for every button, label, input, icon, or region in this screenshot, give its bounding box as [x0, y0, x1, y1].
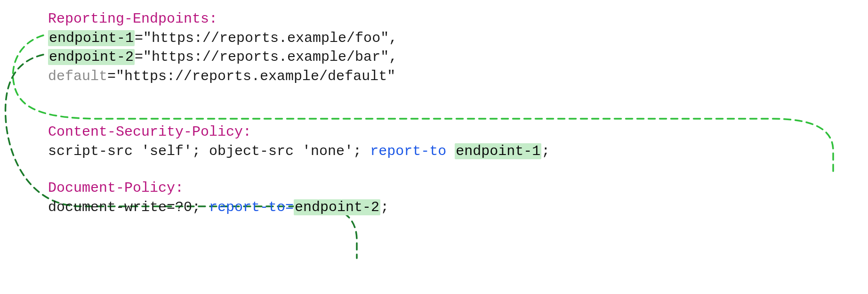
csp-header: Content-Security-Policy:	[48, 122, 868, 142]
reporting-endpoints-header: Reporting-Endpoints:	[48, 9, 868, 29]
endpoint-2-line: endpoint-2="https://reports.example/bar"…	[48, 48, 868, 67]
document-policy-value-line: document-write=?0; report-to=endpoint-2;	[48, 198, 868, 217]
header-name-text: Reporting-Endpoints:	[48, 11, 217, 27]
endpoint-1-url: "https://reports.example/foo"	[143, 30, 389, 46]
default-endpoint-line: default="https://reports.example/default…	[48, 67, 868, 86]
code-block: Reporting-Endpoints: endpoint-1="https:/…	[0, 9, 868, 217]
endpoint-1-key: endpoint-1	[48, 30, 135, 46]
csp-prefix: script-src 'self'; object-src 'none';	[48, 143, 370, 159]
docpolicy-endpoint-target: endpoint-2	[294, 199, 380, 215]
document-policy-header: Document-Policy:	[48, 179, 868, 198]
csp-header-name: Content-Security-Policy:	[48, 124, 251, 140]
endpoint-2-key: endpoint-2	[48, 49, 135, 65]
default-endpoint-url: "https://reports.example/default"	[116, 68, 395, 84]
docpolicy-prefix: document-write=?0;	[48, 199, 209, 215]
document-policy-header-name: Document-Policy:	[48, 180, 184, 196]
endpoint-2-url: "https://reports.example/bar"	[143, 49, 389, 65]
endpoint-1-line: endpoint-1="https://reports.example/foo"…	[48, 29, 868, 48]
csp-value-line: script-src 'self'; object-src 'none'; re…	[48, 142, 868, 161]
csp-report-to-directive: report-to	[370, 143, 455, 159]
csp-endpoint-target: endpoint-1	[455, 143, 541, 159]
default-endpoint-key: default	[48, 68, 107, 84]
docpolicy-report-to-directive: report-to=	[209, 199, 294, 215]
